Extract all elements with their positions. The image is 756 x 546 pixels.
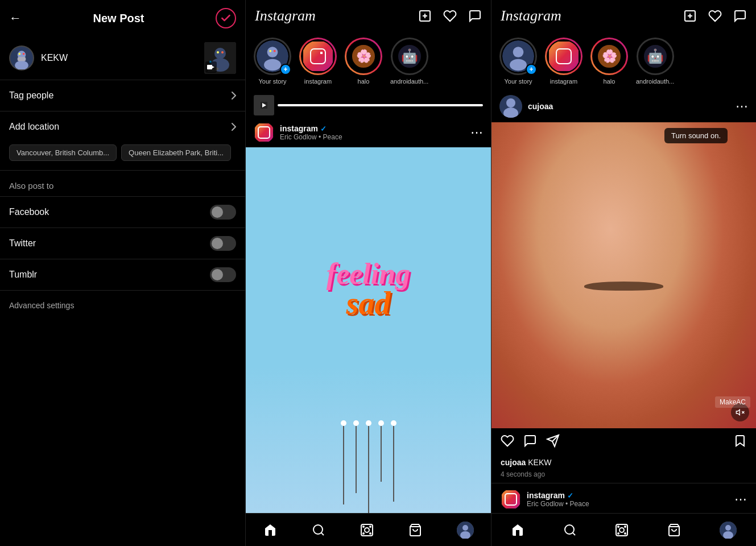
comment-button[interactable]: [523, 434, 537, 451]
androidauth-story-avatar: 🤖: [393, 39, 427, 73]
story-item-instagram[interactable]: instagram: [299, 38, 337, 85]
right-panel: Instagram: [491, 0, 756, 546]
right-ig-story-ring: [545, 38, 583, 75]
right-android-label: androidauth...: [636, 78, 674, 85]
bookmark-button[interactable]: [733, 434, 747, 451]
right-plus-square-icon: [683, 9, 697, 23]
instagram-story-avatar: [301, 39, 335, 73]
stem-3: [368, 425, 369, 513]
story-item-your-story[interactable]: + Your story: [254, 38, 291, 85]
right-messenger-icon[interactable]: [733, 9, 747, 23]
svg-point-58: [618, 533, 619, 534]
tumblr-toggle-row: Tumblr: [0, 259, 245, 290]
comment-svg-icon: [523, 434, 537, 448]
profile-nav-avatar[interactable]: [457, 522, 474, 539]
right-stories-row: + Your story instagram 🌸: [491, 32, 756, 90]
right-shop-nav[interactable]: [667, 523, 681, 537]
tag-people-button[interactable]: Tag people: [0, 80, 245, 111]
feeling-sad-overlay: feeling sad: [327, 257, 410, 321]
svg-point-36: [462, 525, 468, 531]
right-search-svg: [563, 523, 577, 537]
story-item-androidauth[interactable]: 🤖 androidauth...: [390, 38, 428, 85]
right-profile-nav[interactable]: [720, 522, 737, 539]
feed-post-avatar: [254, 122, 274, 143]
share-button[interactable]: [546, 434, 560, 451]
related-avatar-img: [501, 489, 521, 510]
username-input[interactable]: [41, 53, 197, 63]
related-more-button[interactable]: ⋯: [734, 492, 747, 507]
new-post-header: ← New Post: [0, 0, 245, 36]
svg-point-3: [19, 53, 21, 55]
right-reels-nav[interactable]: [615, 523, 629, 537]
location-tag-2[interactable]: Queen Elizabeth Park, Briti...: [121, 144, 231, 161]
home-nav-icon[interactable]: [263, 523, 277, 537]
profile-avatar-img: [457, 522, 474, 539]
post-caption: cujoaa KEKW: [491, 457, 756, 469]
more-options-button[interactable]: ⋯: [470, 125, 483, 140]
shop-svg-icon: [408, 523, 422, 537]
svg-point-62: [725, 525, 731, 531]
svg-point-21: [264, 59, 281, 71]
right-home-nav[interactable]: [511, 523, 524, 537]
cujoaa-avatar-img: [499, 95, 522, 118]
search-nav-icon[interactable]: [312, 523, 325, 537]
right-search-nav[interactable]: [563, 523, 577, 537]
right-instagram-logo: Instagram: [501, 7, 561, 24]
right-story-your-story[interactable]: + Your story: [499, 38, 537, 85]
story-item-halo[interactable]: 🌸 halo: [345, 38, 382, 85]
your-story-label: Your story: [258, 78, 286, 85]
right-bottom-nav: [491, 513, 756, 546]
post-thumbnail: [204, 42, 236, 74]
add-location-button[interactable]: Add location: [0, 111, 245, 142]
location-tag-1[interactable]: Vancouver, British Columb...: [9, 144, 117, 161]
right-messenger-svg: [733, 9, 747, 23]
svg-point-31: [370, 526, 371, 527]
home-svg-icon: [263, 523, 277, 537]
right-story-plus: +: [526, 64, 537, 75]
right-add-post-icon[interactable]: [683, 9, 697, 23]
facebook-toggle[interactable]: [210, 205, 236, 220]
back-button[interactable]: ←: [9, 11, 22, 26]
feed-progress-bar: [246, 90, 491, 118]
svg-line-27: [321, 532, 323, 535]
cujoaa-more-button[interactable]: ⋯: [736, 99, 748, 114]
chevron-right-icon-2: [232, 123, 236, 131]
heart-icon[interactable]: [443, 9, 457, 23]
story-avatar-wrap-ig: [299, 38, 337, 75]
right-heart-icon[interactable]: [708, 9, 722, 23]
right-story-androidauth[interactable]: 🤖 androidauth...: [636, 38, 674, 85]
confirm-button[interactable]: [216, 8, 236, 28]
svg-point-42: [513, 47, 524, 57]
like-button[interactable]: [501, 434, 514, 451]
stories-row: + Your story instagram: [246, 32, 491, 90]
messenger-icon[interactable]: [468, 9, 482, 23]
cujoaa-username: cujoaa: [528, 102, 730, 111]
video-play-thumb: [254, 95, 274, 115]
svg-point-32: [363, 533, 364, 534]
right-story-halo[interactable]: 🌸 halo: [590, 38, 628, 85]
advanced-settings-button[interactable]: Advanced settings: [0, 291, 245, 320]
tumblr-toggle[interactable]: [210, 267, 236, 282]
heart-svg-icon: [443, 9, 457, 23]
facebook-toggle-row: Facebook: [0, 197, 245, 228]
facebook-label: Facebook: [9, 207, 49, 217]
right-post-image[interactable]: Turn sound on. MakeAC: [491, 122, 756, 428]
shop-nav-icon[interactable]: [408, 523, 422, 537]
volume-off-icon: [736, 408, 745, 417]
header-icons: [418, 9, 482, 23]
instagram-story-avatar-img: [302, 40, 334, 72]
right-ig-story-avatar: [547, 39, 581, 73]
twitter-toggle[interactable]: [210, 236, 236, 251]
reels-nav-icon[interactable]: [360, 523, 374, 537]
right-ig-icon: [548, 40, 580, 72]
makeac-watermark: MakeAC: [715, 396, 750, 408]
post-time: 4 seconds ago: [491, 469, 756, 483]
right-story-instagram[interactable]: instagram: [545, 38, 583, 85]
related-post-section: instagram ✓ Eric Godlow • Peace ⋯: [491, 483, 756, 513]
instagram-feed-panel: Instagram: [246, 0, 491, 546]
user-row: [0, 36, 245, 80]
halo-story-label: halo: [358, 78, 370, 85]
feed-post-image: feeling sad: [246, 147, 491, 513]
svg-rect-5: [18, 57, 26, 61]
add-post-icon[interactable]: [418, 9, 432, 23]
